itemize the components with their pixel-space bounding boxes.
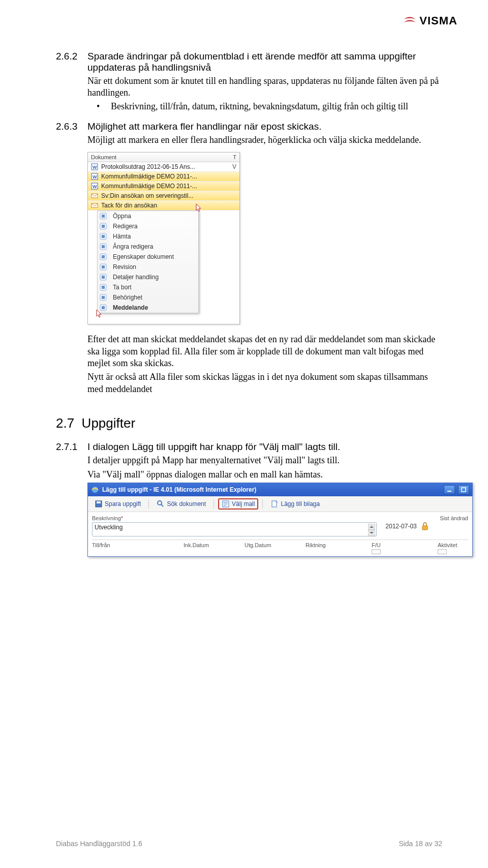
doc-list-row[interactable]: WKommunfullmäktige DEMO 2011-... bbox=[88, 182, 239, 191]
svg-rect-23 bbox=[102, 286, 105, 289]
toolbtn-label: Lägg till bilaga bbox=[281, 500, 320, 507]
desc-textarea[interactable]: Utveckling bbox=[92, 522, 377, 536]
svg-rect-39 bbox=[272, 501, 277, 507]
footer-right: Sida 18 av 32 bbox=[399, 840, 442, 848]
doc-name: Kommunfullmäktige DEMO 2011-... bbox=[101, 173, 224, 180]
heading-title: I dialogen Lägg till uppgift har knapp f… bbox=[87, 441, 442, 453]
heading-num: 2.6.2 bbox=[56, 51, 87, 73]
desc-label: Beskrivning bbox=[92, 515, 121, 521]
doc-list-row[interactable]: WKommunfullmäktige DEMO 2011-... bbox=[88, 172, 239, 182]
doc-list-row[interactable]: Tack för din ansökan bbox=[88, 201, 239, 211]
toolbtn-label: Sök dokument bbox=[167, 500, 206, 507]
col-inkdatum: Ink.Datum bbox=[184, 542, 245, 548]
ctx-label: Öppna bbox=[113, 213, 131, 220]
bullet-262: • Beskrivning, till/från, datum, riktnin… bbox=[97, 101, 442, 112]
toolbtn-search[interactable]: Sök dokument bbox=[153, 498, 209, 510]
svg-rect-29 bbox=[447, 491, 451, 492]
doc-list-row[interactable]: Sv:Din ansökan om serveringstil... bbox=[88, 191, 239, 201]
visma-mark-icon bbox=[403, 14, 416, 27]
toolbtn-attach[interactable]: Lägg till bilaga bbox=[267, 498, 323, 510]
doc-list-row[interactable]: WProtokollsutdrag 2012-06-15 Ans...V bbox=[88, 162, 239, 172]
doc-name: Kommunfullmäktige DEMO 2011-... bbox=[101, 183, 224, 190]
toolbar-separator bbox=[262, 499, 263, 508]
ctx-item-rev[interactable]: Revision bbox=[98, 262, 198, 272]
field-label-row: Beskrivning* Sist ändrad bbox=[92, 515, 468, 521]
heading-title: Sparade ändringar på dokumentblad i ett … bbox=[87, 51, 442, 73]
toolbar-separator bbox=[148, 499, 149, 508]
ctx-item-open[interactable]: Öppna bbox=[98, 211, 198, 221]
toolbtn-label: Spara uppgift bbox=[105, 500, 141, 507]
ctx-item-edit[interactable]: Redigera bbox=[98, 221, 198, 231]
ctx-label: Ta bort bbox=[113, 284, 132, 291]
toolbtn-save[interactable]: Spara uppgift bbox=[91, 498, 144, 510]
svg-rect-13 bbox=[102, 235, 105, 238]
minimize-button[interactable] bbox=[444, 485, 455, 494]
ctx-item-perm[interactable]: Behörighet bbox=[98, 292, 198, 303]
ctx-item-delete[interactable]: Ta bort bbox=[98, 282, 198, 292]
svg-rect-43 bbox=[422, 526, 428, 530]
col-t: T bbox=[227, 154, 236, 160]
footer-left: Diabas Handläggarstöd 1.6 bbox=[56, 840, 142, 848]
ctx-label: Behörighet bbox=[113, 294, 142, 301]
col-utgdatum: Utg.Datum bbox=[245, 542, 306, 548]
page-footer: Diabas Handläggarstöd 1.6 Sida 18 av 32 bbox=[56, 840, 442, 848]
scroll-updown-icon[interactable] bbox=[368, 524, 375, 536]
sist-andrad-value: 2012-07-03 bbox=[385, 523, 416, 530]
para-263-2: Efter det att man skickat meddelandet sk… bbox=[87, 334, 442, 369]
search-icon bbox=[157, 500, 165, 508]
brand-logo: VISMA bbox=[403, 14, 458, 27]
template-icon bbox=[222, 500, 230, 508]
doc-list-header: Dokument T bbox=[88, 153, 239, 162]
cursor-icon bbox=[96, 309, 103, 318]
save-icon bbox=[95, 500, 103, 508]
screenshot-context-menu: Dokument T WProtokollsutdrag 2012-06-15 … bbox=[87, 152, 240, 324]
ctx-label: Detaljer handling bbox=[113, 274, 159, 281]
col-tillfran: Till/från bbox=[92, 542, 184, 548]
svg-text:W: W bbox=[93, 165, 97, 170]
svg-text:W: W bbox=[93, 184, 97, 189]
svg-rect-19 bbox=[102, 265, 105, 268]
screenshot-dialog: Lägg till uppgift - IE 4.01 (Microsoft I… bbox=[87, 483, 473, 557]
desc-value: Utveckling bbox=[95, 524, 123, 531]
aktivitet-field[interactable] bbox=[438, 549, 447, 554]
heading-2-6-3: 2.6.3 Möjlighet att markera fler handlin… bbox=[56, 121, 442, 132]
heading-title: Uppgifter bbox=[82, 415, 136, 431]
required-marker: * bbox=[121, 515, 123, 521]
attach-icon bbox=[270, 500, 279, 508]
svg-rect-11 bbox=[102, 225, 105, 228]
svg-text:W: W bbox=[93, 174, 97, 179]
svg-rect-30 bbox=[462, 488, 466, 492]
maximize-button[interactable] bbox=[458, 485, 469, 494]
ctx-label: Egenskaper dokument bbox=[113, 253, 174, 260]
context-menu: ÖppnaRedigeraHämtaÅngra redigeraEgenskap… bbox=[97, 211, 199, 313]
col-fu: F/U bbox=[372, 542, 438, 548]
svg-point-33 bbox=[158, 501, 162, 505]
ctx-item-download[interactable]: Hämta bbox=[98, 231, 198, 242]
heading-num: 2.7.1 bbox=[56, 441, 87, 453]
doc-name: Tack för din ansökan bbox=[101, 202, 224, 209]
toolbtn-template[interactable]: Välj mall bbox=[218, 498, 258, 510]
heading-num: 2.6.3 bbox=[56, 121, 87, 132]
doc-name: Sv:Din ansökan om serveringstil... bbox=[101, 192, 224, 199]
toolbar-separator bbox=[214, 499, 214, 508]
ctx-item-msg[interactable]: Meddelande bbox=[98, 303, 198, 313]
ctx-item-details[interactable]: Detaljer handling bbox=[98, 272, 198, 282]
lock-icon bbox=[420, 521, 430, 531]
svg-rect-32 bbox=[97, 501, 101, 503]
heading-2-7-1: 2.7.1 I dialogen Lägg till uppgift har k… bbox=[56, 441, 442, 453]
ctx-item-undo[interactable]: Ångra redigera bbox=[98, 242, 198, 252]
toolbtn-label: Välj mall bbox=[232, 500, 255, 507]
sist-andrad-value-block: 2012-07-03 bbox=[385, 521, 430, 531]
heading-title: Möjlighet att markera fler handlingar nä… bbox=[87, 121, 442, 132]
dialog-titlebar: Lägg till uppgift - IE 4.01 (Microsoft I… bbox=[88, 483, 472, 496]
fu-field[interactable] bbox=[372, 549, 381, 554]
svg-point-28 bbox=[92, 487, 98, 493]
doc-name: Protokollsutdrag 2012-06-15 Ans... bbox=[101, 163, 224, 170]
ctx-label: Redigera bbox=[113, 223, 138, 230]
heading-num: 2.7 bbox=[56, 415, 74, 431]
ctx-item-props[interactable]: Egenskaper dokument bbox=[98, 252, 198, 262]
brand-text: VISMA bbox=[419, 14, 458, 27]
dialog-toolbar: Spara uppgiftSök dokumentVälj mallLägg t… bbox=[88, 496, 472, 512]
svg-rect-9 bbox=[102, 215, 105, 218]
para-263-3: Nytt är också att Alla filer som skickas… bbox=[87, 371, 442, 395]
